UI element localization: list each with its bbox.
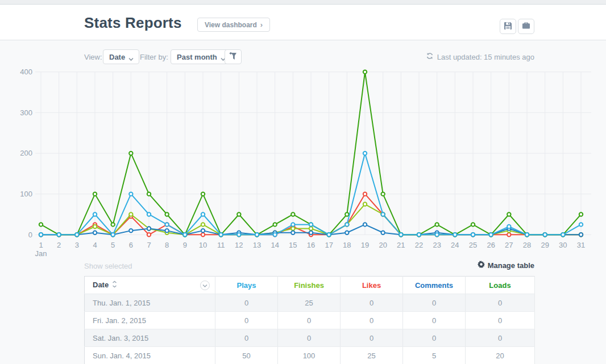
svg-text:Jan: Jan <box>35 249 47 258</box>
filter-by-label: Filter by: <box>140 53 168 61</box>
svg-text:12: 12 <box>235 241 243 249</box>
svg-text:15: 15 <box>289 241 297 249</box>
date-cell: Fri. Jan. 2, 2015 <box>85 312 215 329</box>
svg-text:200: 200 <box>20 149 32 157</box>
value-cell: 0 <box>341 312 403 329</box>
value-cell: 50 <box>215 347 278 364</box>
column-header-likes[interactable]: Likes <box>341 277 403 294</box>
view-label: View: <box>84 53 102 61</box>
date-cell: Sun. Jan. 4, 2015 <box>85 347 215 364</box>
svg-text:31: 31 <box>577 241 585 249</box>
last-updated-text: Last updated: 15 minutes ago <box>437 53 534 61</box>
date-column-label: Date <box>93 281 109 289</box>
svg-text:25: 25 <box>469 241 477 249</box>
page-header: Stats Reports View dashboard › <box>0 5 606 40</box>
svg-text:400: 400 <box>20 68 32 76</box>
svg-text:24: 24 <box>451 241 459 249</box>
chart-canvas: 0100200300400123456789101112131415161718… <box>0 67 606 261</box>
filter-select[interactable]: Past month <box>171 49 231 64</box>
svg-text:28: 28 <box>523 241 531 249</box>
svg-text:5: 5 <box>111 241 115 249</box>
svg-text:100: 100 <box>20 190 32 198</box>
view-dashboard-button[interactable]: View dashboard › <box>197 18 270 32</box>
value-cell: 0 <box>403 329 466 347</box>
funnel-plus-icon <box>229 52 237 62</box>
svg-text:4: 4 <box>93 241 97 249</box>
value-cell: 0 <box>341 294 403 312</box>
stats-reports-page: Stats Reports View dashboard › View: Dat… <box>0 0 606 364</box>
save-icon <box>504 22 512 32</box>
value-cell: 100 <box>278 347 341 364</box>
svg-text:22: 22 <box>415 241 423 249</box>
chevron-down-icon <box>128 55 133 59</box>
value-cell: 0 <box>403 312 466 329</box>
view-dashboard-label: View dashboard <box>205 21 257 29</box>
date-cell: Sat. Jan. 3, 2015 <box>85 329 215 347</box>
table-row[interactable]: Sun. Jan. 4, 20155010025520 <box>85 347 535 364</box>
refresh-icon[interactable] <box>426 52 434 61</box>
filter-select-value: Past month <box>177 53 217 61</box>
view-select[interactable]: Date <box>103 49 139 64</box>
window-top-strip <box>0 0 606 5</box>
svg-text:27: 27 <box>505 241 513 249</box>
value-cell: 0 <box>215 329 278 347</box>
svg-text:300: 300 <box>20 108 32 117</box>
save-report-button[interactable] <box>500 19 516 34</box>
value-cell: 0 <box>341 329 403 347</box>
column-header-plays[interactable]: Plays <box>215 277 278 294</box>
show-selected-label: Show selected <box>84 262 132 270</box>
svg-text:21: 21 <box>397 241 405 249</box>
value-cell: 0 <box>466 294 535 312</box>
column-header-loads[interactable]: Loads <box>466 277 535 294</box>
value-cell: 25 <box>278 294 341 312</box>
table-row[interactable]: Sat. Jan. 3, 201500000 <box>85 329 535 347</box>
column-header-comments[interactable]: Comments <box>403 277 466 294</box>
date-cell: Thu. Jan. 1, 2015 <box>85 294 215 312</box>
svg-text:6: 6 <box>129 241 133 249</box>
chevron-right-icon: › <box>260 20 263 29</box>
value-cell: 0 <box>215 294 278 312</box>
svg-text:18: 18 <box>343 241 351 249</box>
svg-text:26: 26 <box>487 241 495 249</box>
table-row[interactable]: Thu. Jan. 1, 2015025000 <box>85 294 535 312</box>
value-cell: 0 <box>215 312 278 329</box>
value-cell: 20 <box>466 347 535 364</box>
folder-icon <box>522 22 530 31</box>
stats-table: DatePlaysFinishesLikesCommentsLoads Thu.… <box>84 276 535 364</box>
manage-table-label: Manage table <box>488 261 534 270</box>
page-title: Stats Reports <box>84 14 182 32</box>
svg-text:2: 2 <box>57 241 61 249</box>
svg-text:1: 1 <box>39 241 43 249</box>
gear-icon <box>478 261 485 270</box>
value-cell: 0 <box>466 329 535 347</box>
value-cell: 0 <box>278 312 341 329</box>
svg-text:13: 13 <box>253 241 261 249</box>
svg-text:7: 7 <box>147 241 151 249</box>
advanced-filter-button[interactable] <box>225 49 242 64</box>
svg-text:29: 29 <box>541 241 549 249</box>
svg-text:23: 23 <box>433 241 441 249</box>
column-header-date[interactable]: Date <box>85 277 215 294</box>
svg-text:8: 8 <box>165 241 169 249</box>
manage-table-button[interactable]: Manage table <box>478 261 534 270</box>
svg-text:17: 17 <box>325 241 333 249</box>
value-cell: 0 <box>403 294 466 312</box>
svg-text:16: 16 <box>307 241 315 249</box>
column-menu-icon[interactable] <box>200 281 210 290</box>
table-header-row: DatePlaysFinishesLikesCommentsLoads <box>85 277 535 294</box>
folder-button[interactable] <box>518 19 534 34</box>
table-row[interactable]: Fri. Jan. 2, 201500000 <box>85 312 535 329</box>
value-cell: 0 <box>466 312 535 329</box>
value-cell: 0 <box>278 329 341 347</box>
value-cell: 25 <box>341 347 403 364</box>
sort-icon[interactable] <box>112 281 117 290</box>
column-header-finishes[interactable]: Finishes <box>278 277 341 294</box>
view-select-value: Date <box>109 53 125 61</box>
value-cell: 5 <box>403 347 466 364</box>
svg-text:10: 10 <box>199 241 207 249</box>
svg-text:20: 20 <box>379 241 387 249</box>
svg-text:14: 14 <box>271 241 279 249</box>
svg-text:11: 11 <box>217 241 225 249</box>
svg-text:19: 19 <box>361 241 369 249</box>
svg-text:0: 0 <box>28 231 32 239</box>
